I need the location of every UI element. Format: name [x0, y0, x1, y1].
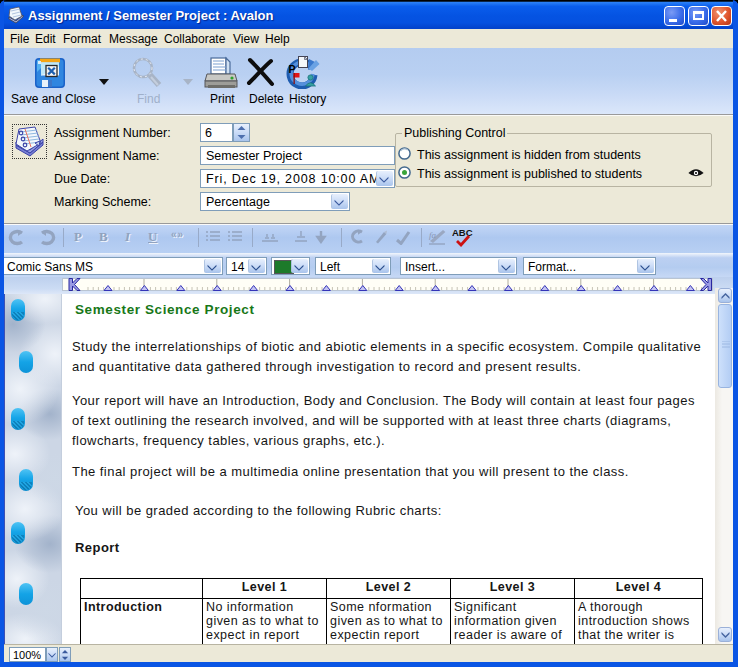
svg-text:P: P — [289, 63, 296, 75]
svg-text:fa: fa — [429, 230, 437, 240]
svg-text:ABC: ABC — [452, 227, 473, 238]
